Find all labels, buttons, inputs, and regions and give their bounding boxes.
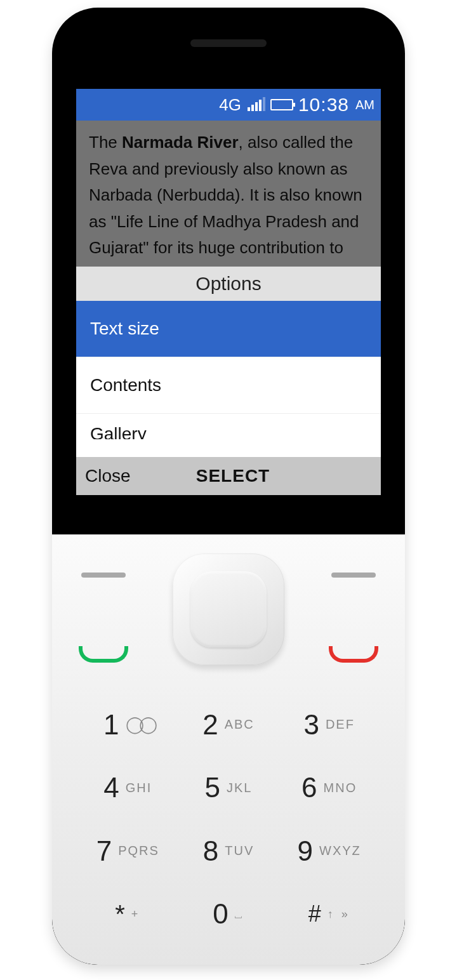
menu-item-text-size[interactable]: Text size <box>76 301 381 357</box>
key-star[interactable]: * + <box>77 883 178 946</box>
options-menu-list: Text size Contents Gallery <box>76 301 381 439</box>
key-digit: 7 <box>96 835 112 867</box>
key-9[interactable]: 9 WXYZ <box>279 819 380 883</box>
softkey-left[interactable]: Close <box>76 466 183 486</box>
key-0[interactable]: 0 ⎵ <box>178 883 279 946</box>
article-body: The Narmada River, also called the Reva … <box>76 121 381 267</box>
menu-item-gallery[interactable]: Gallery <box>76 414 381 439</box>
softkey-bar: Close SELECT <box>76 457 381 495</box>
key-digit: 6 <box>301 772 317 804</box>
key-letters: GHI <box>126 781 152 795</box>
key-digit: 3 <box>303 709 319 741</box>
key-6[interactable]: 6 MNO <box>279 757 380 820</box>
screen: 4G 10:38 AM The Narmada River, also call… <box>76 89 381 495</box>
battery-icon <box>270 99 293 110</box>
key-3[interactable]: 3 DEF <box>279 693 380 757</box>
key-letters: DEF <box>326 717 355 732</box>
status-bar: 4G 10:38 AM <box>76 89 381 121</box>
dpad-center-button[interactable] <box>190 571 267 647</box>
key-letters: WXYZ <box>319 844 361 858</box>
key-digit: 5 <box>205 772 220 804</box>
key-digit: * <box>115 900 125 929</box>
call-button[interactable] <box>79 646 128 663</box>
key-4[interactable]: 4 GHI <box>77 757 178 820</box>
right-soft-button[interactable] <box>331 573 376 578</box>
key-digit: 1 <box>103 709 119 741</box>
key-digit: 0 <box>213 898 228 930</box>
key-letters: JKL <box>227 781 252 795</box>
signal-icon <box>248 98 265 111</box>
article-bold-term: Narmada River <box>122 133 239 152</box>
key-digit: 8 <box>203 835 218 867</box>
key-1[interactable]: 1 ◯◯ <box>77 693 178 757</box>
menu-item-contents[interactable]: Contents <box>76 357 381 414</box>
key-letters: PQRS <box>118 844 159 858</box>
key-5[interactable]: 5 JKL <box>178 757 279 820</box>
clock-ampm: AM <box>355 98 374 112</box>
softkey-center[interactable]: SELECT <box>183 466 282 486</box>
key-digit: 9 <box>298 835 313 867</box>
earpiece-speaker <box>190 39 267 47</box>
key-7[interactable]: 7 PQRS <box>77 819 178 883</box>
key-8[interactable]: 8 TUV <box>178 819 279 883</box>
numeric-keypad: 1 ◯◯ 2 ABC 3 DEF 4 GHI 5 JKL 6 MNO <box>77 693 380 946</box>
article-text-rest: , also called the Reva and previously al… <box>89 133 362 267</box>
feature-phone-device: 4G 10:38 AM The Narmada River, also call… <box>52 8 405 965</box>
key-hash[interactable]: # ↑ » <box>279 883 380 946</box>
key-digit: # <box>308 901 321 927</box>
phone-body: 1 ◯◯ 2 ABC 3 DEF 4 GHI 5 JKL 6 MNO <box>52 534 405 965</box>
key-letters: + <box>131 908 141 921</box>
key-letters: MNO <box>324 781 357 795</box>
end-call-button[interactable] <box>329 646 378 663</box>
voicemail-icon: ◯◯ <box>126 715 152 734</box>
key-letters: ABC <box>225 717 255 732</box>
article-text-prefix: The <box>89 133 122 152</box>
dpad[interactable] <box>173 553 284 665</box>
key-digit: 4 <box>103 772 119 804</box>
key-letters: ⎵ <box>235 908 244 921</box>
network-label: 4G <box>219 95 241 115</box>
key-digit: 2 <box>202 709 218 741</box>
left-soft-button[interactable] <box>81 573 126 578</box>
key-2[interactable]: 2 ABC <box>178 693 279 757</box>
options-menu-title: Options <box>76 267 381 301</box>
key-letters: TUV <box>225 844 254 858</box>
key-letters: ↑ » <box>328 908 350 921</box>
clock-time: 10:38 <box>298 94 349 116</box>
